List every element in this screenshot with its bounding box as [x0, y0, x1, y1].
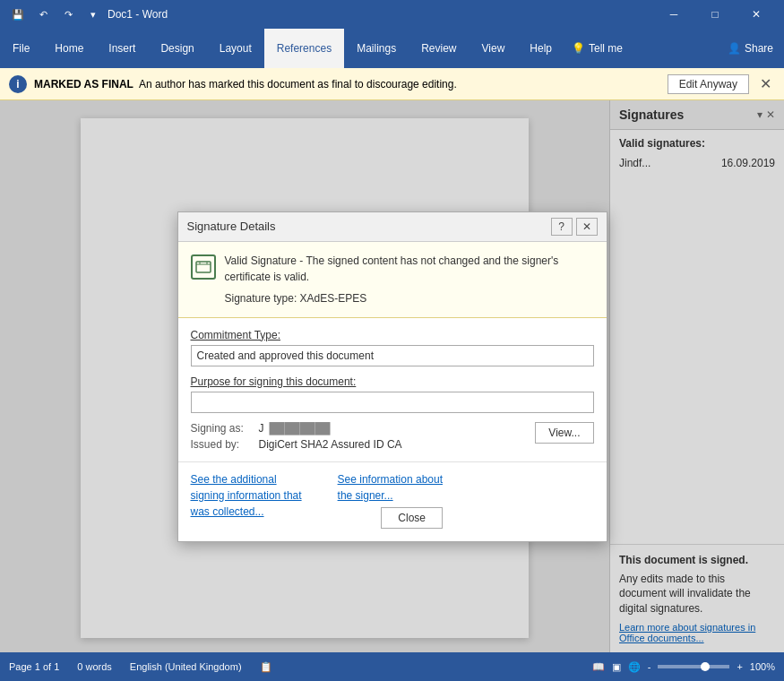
status-bar-right: 📖 ▣ 🌐 - + 100%: [592, 661, 775, 673]
web-layout-icon[interactable]: 🌐: [628, 661, 641, 673]
info-bar: i MARKED AS FINAL An author has marked t…: [0, 68, 784, 100]
proofing-icon: 📋: [260, 661, 272, 673]
dialog-help-button[interactable]: ?: [551, 218, 573, 236]
purpose-value: [191, 392, 594, 413]
edit-anyway-button[interactable]: Edit Anyway: [668, 74, 749, 94]
undo-button[interactable]: ↶: [32, 4, 54, 25]
dialog-links: See the additional signing information t…: [178, 461, 607, 541]
sig-type-value: XAdES-EPES: [300, 292, 367, 305]
signer-info-link[interactable]: See information about the signer...: [338, 471, 443, 504]
word-count: 0 words: [77, 661, 112, 672]
print-layout-icon[interactable]: ▣: [612, 661, 621, 673]
dialog-body: Commitment Type: Created and approved th…: [178, 318, 607, 461]
dialog-info-section: Valid Signature - The signed content has…: [178, 242, 607, 318]
dialog-title-buttons: ? ✕: [551, 218, 598, 236]
tab-view[interactable]: View: [470, 29, 518, 68]
info-bar-close-button[interactable]: ✕: [756, 75, 775, 92]
zoom-slider[interactable]: [658, 665, 729, 668]
signing-as-line: Signing as: J ████████: [191, 422, 402, 435]
sig-type-label: Signature type:: [225, 292, 297, 305]
tab-layout[interactable]: Layout: [207, 29, 264, 68]
share-button[interactable]: Share: [745, 42, 773, 55]
commitment-label: Commitment Type:: [191, 329, 594, 341]
commitment-value: Created and approved this document: [191, 345, 594, 366]
tab-home[interactable]: Home: [42, 29, 96, 68]
window-title: Doc1 - Word: [108, 8, 168, 21]
dialog-title: Signature Details: [187, 220, 276, 233]
signing-as-value: J: [259, 422, 264, 435]
marked-final-badge: MARKED AS FINAL: [34, 78, 134, 91]
title-bar: 💾 ↶ ↷ ▾ Doc1 - Word ─ □ ✕: [0, 0, 784, 29]
modal-overlay: Signature Details ? ✕ Valid S: [0, 100, 784, 652]
signature-details-dialog: Signature Details ? ✕ Valid S: [177, 211, 607, 542]
tab-insert[interactable]: Insert: [96, 29, 148, 68]
dialog-info-text: Valid Signature - The signed content has…: [225, 253, 594, 306]
tab-mailings[interactable]: Mailings: [344, 29, 409, 68]
zoom-in-button[interactable]: +: [737, 661, 742, 672]
close-button[interactable]: Close: [381, 507, 443, 529]
svg-rect-0: [196, 262, 211, 272]
info-bar-message: An author has marked this document as fi…: [139, 78, 457, 91]
additional-info-link[interactable]: See the additional signing information t…: [191, 471, 302, 529]
tab-file[interactable]: File: [0, 29, 42, 68]
validity-message: Valid Signature - The signed content has…: [225, 254, 559, 283]
sig-type-line: Signature type: XAdES-EPES: [225, 290, 594, 306]
zoom-level: 100%: [750, 661, 775, 672]
status-bar: Page 1 of 1 0 words English (United King…: [0, 652, 784, 681]
issued-by-label: Issued by:: [191, 438, 254, 451]
signing-as-label: Signing as:: [191, 422, 254, 435]
main-area: Signatures ▾ ✕ Valid signatures: Jindf..…: [0, 100, 784, 652]
issued-by-line: Issued by: DigiCert SHA2 Assured ID CA: [191, 438, 402, 451]
maximize-button[interactable]: □: [694, 0, 736, 29]
tab-help[interactable]: Help: [517, 29, 564, 68]
tab-review[interactable]: Review: [409, 29, 469, 68]
zoom-thumb: [701, 662, 710, 671]
ribbon: File Home Insert Design Layout Reference…: [0, 29, 784, 68]
close-button[interactable]: ✕: [736, 0, 777, 29]
page-indicator: Page 1 of 1: [9, 661, 59, 672]
info-bar-text: MARKED AS FINAL An author has marked thi…: [34, 78, 660, 91]
language-indicator: English (United Kingdom): [130, 661, 242, 672]
customize-button[interactable]: ▾: [82, 4, 104, 25]
dialog-close-x-button[interactable]: ✕: [576, 218, 598, 236]
user-avatar: 👤: [728, 42, 741, 55]
signer-info-area: See information about the signer... Clos…: [338, 471, 443, 529]
zoom-out-button[interactable]: -: [648, 661, 651, 672]
tell-me-label: Tell me: [589, 42, 623, 55]
read-mode-icon[interactable]: 📖: [592, 661, 605, 673]
tab-design[interactable]: Design: [148, 29, 206, 68]
tab-references[interactable]: References: [264, 29, 344, 68]
title-bar-left: 💾 ↶ ↷ ▾ Doc1 - Word: [7, 4, 168, 25]
save-button[interactable]: 💾: [7, 4, 29, 25]
valid-signature-icon: [191, 254, 216, 280]
dialog-titlebar: Signature Details ? ✕: [178, 212, 607, 242]
info-icon: i: [9, 75, 27, 93]
lightbulb-icon: 💡: [572, 42, 585, 55]
redo-button[interactable]: ↷: [57, 4, 79, 25]
close-button-area: Close: [338, 507, 443, 529]
minimize-button[interactable]: ─: [653, 0, 694, 29]
tell-me-field[interactable]: 💡 Tell me: [564, 29, 630, 68]
signing-info: Signing as: J ████████ Issued by: DigiCe…: [191, 422, 402, 451]
issued-by-value: DigiCert SHA2 Assured ID CA: [259, 438, 402, 451]
signing-as-redacted: ████████: [270, 422, 331, 435]
purpose-label: Purpose for signing this document:: [191, 375, 594, 388]
window-controls: ─ □ ✕: [653, 0, 777, 29]
signing-row: Signing as: J ████████ Issued by: DigiCe…: [191, 422, 594, 451]
share-area: 👤 Share: [717, 29, 784, 68]
view-button[interactable]: View...: [535, 422, 593, 444]
quick-access-toolbar: 💾 ↶ ↷ ▾: [7, 4, 104, 25]
